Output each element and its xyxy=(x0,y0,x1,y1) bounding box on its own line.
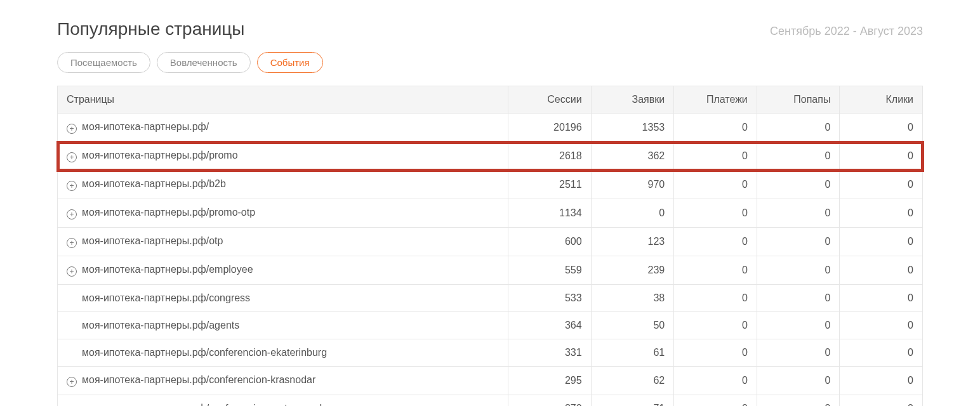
cell-page: +моя-ипотека-партнеры.рф/promo xyxy=(58,142,508,171)
col-sessions[interactable]: Сессии xyxy=(508,86,592,114)
page-url: моя-ипотека-партнеры.рф/conferencion-ros… xyxy=(82,403,339,406)
cell-requests: 50 xyxy=(591,312,674,339)
cell-sessions: 559 xyxy=(508,256,592,285)
cell-popups: 0 xyxy=(757,199,840,228)
expand-icon[interactable]: + xyxy=(67,181,77,191)
col-popups[interactable]: Попапы xyxy=(757,86,840,114)
cell-sessions: 364 xyxy=(508,312,592,339)
cell-requests: 0 xyxy=(591,199,674,228)
cell-page: +моя-ипотека-партнеры.рф/ xyxy=(58,114,508,142)
cell-clicks: 0 xyxy=(840,395,923,407)
cell-sessions: 295 xyxy=(508,367,592,395)
cell-requests: 71 xyxy=(591,395,674,407)
cell-popups: 0 xyxy=(757,114,840,142)
table-row[interactable]: моя-ипотека-партнеры.рф/conferencion-ros… xyxy=(58,395,923,407)
expand-icon[interactable]: + xyxy=(67,209,77,219)
cell-requests: 1353 xyxy=(591,114,674,142)
tab-events[interactable]: События xyxy=(257,52,323,73)
cell-clicks: 0 xyxy=(840,312,923,339)
cell-sessions: 2618 xyxy=(508,142,592,171)
page-url: моя-ипотека-партнеры.рф/b2b xyxy=(82,178,226,189)
table-row[interactable]: +моя-ипотека-партнеры.рф/promo-otp113400… xyxy=(58,199,923,228)
page-url: моя-ипотека-партнеры.рф/ xyxy=(82,121,209,132)
cell-clicks: 0 xyxy=(840,171,923,199)
page-url: моя-ипотека-партнеры.рф/agents xyxy=(82,320,239,331)
expand-icon[interactable]: + xyxy=(67,377,77,387)
page-title: Популярные страницы xyxy=(57,19,245,39)
col-clicks[interactable]: Клики xyxy=(840,86,923,114)
cell-requests: 123 xyxy=(591,228,674,256)
table-row[interactable]: моя-ипотека-партнеры.рф/conferencion-eka… xyxy=(58,339,923,367)
expand-icon[interactable]: + xyxy=(67,152,77,162)
table-row[interactable]: +моя-ипотека-партнеры.рф/conferencion-kr… xyxy=(58,367,923,395)
cell-sessions: 1134 xyxy=(508,199,592,228)
cell-page: +моя-ипотека-партнеры.рф/promo-otp xyxy=(58,199,508,228)
cell-page: моя-ипотека-партнеры.рф/conferencion-eka… xyxy=(58,339,508,367)
table-row[interactable]: +моя-ипотека-партнеры.рф/otp600123000 xyxy=(58,228,923,256)
cell-page: моя-ипотека-партнеры.рф/congress xyxy=(58,285,508,312)
page-url: моя-ипотека-партнеры.рф/otp xyxy=(82,235,223,246)
cell-page: +моя-ипотека-партнеры.рф/otp xyxy=(58,228,508,256)
cell-popups: 0 xyxy=(757,339,840,367)
table-row[interactable]: моя-ипотека-партнеры.рф/congress53338000 xyxy=(58,285,923,312)
cell-requests: 362 xyxy=(591,142,674,171)
tab-engagement[interactable]: Вовлеченность xyxy=(157,52,251,73)
table-row[interactable]: +моя-ипотека-партнеры.рф/employee5592390… xyxy=(58,256,923,285)
page-url: моя-ипотека-партнеры.рф/conferencion-eka… xyxy=(82,347,327,358)
cell-popups: 0 xyxy=(757,367,840,395)
cell-sessions: 270 xyxy=(508,395,592,407)
cell-clicks: 0 xyxy=(840,367,923,395)
tabs: Посещаемость Вовлеченность События xyxy=(57,52,923,73)
cell-popups: 0 xyxy=(757,312,840,339)
cell-page: моя-ипотека-партнеры.рф/conferencion-ros… xyxy=(58,395,508,407)
cell-clicks: 0 xyxy=(840,228,923,256)
cell-requests: 970 xyxy=(591,171,674,199)
page-url: моя-ипотека-партнеры.рф/promo xyxy=(82,150,238,160)
col-requests[interactable]: Заявки xyxy=(591,86,674,114)
col-pages[interactable]: Страницы xyxy=(58,86,508,114)
table-row[interactable]: +моя-ипотека-партнеры.рф/promo2618362000 xyxy=(58,142,923,171)
cell-payments: 0 xyxy=(674,142,757,171)
cell-clicks: 0 xyxy=(840,285,923,312)
cell-payments: 0 xyxy=(674,199,757,228)
cell-page: +моя-ипотека-партнеры.рф/employee xyxy=(58,256,508,285)
cell-payments: 0 xyxy=(674,395,757,407)
cell-sessions: 2511 xyxy=(508,171,592,199)
date-range: Сентябрь 2022 - Август 2023 xyxy=(770,25,923,38)
cell-payments: 0 xyxy=(674,312,757,339)
cell-popups: 0 xyxy=(757,228,840,256)
cell-clicks: 0 xyxy=(840,114,923,142)
page-url: моя-ипотека-партнеры.рф/employee xyxy=(82,264,253,275)
cell-sessions: 533 xyxy=(508,285,592,312)
cell-clicks: 0 xyxy=(840,256,923,285)
cell-sessions: 331 xyxy=(508,339,592,367)
cell-popups: 0 xyxy=(757,285,840,312)
tab-visits[interactable]: Посещаемость xyxy=(57,52,150,73)
table-header-row: Страницы Сессии Заявки Платежи Попапы Кл… xyxy=(58,86,923,114)
pages-table: Страницы Сессии Заявки Платежи Попапы Кл… xyxy=(57,86,923,406)
page-url: моя-ипотека-партнеры.рф/conferencion-kra… xyxy=(82,374,315,385)
expand-icon[interactable]: + xyxy=(67,266,77,277)
table-row[interactable]: +моя-ипотека-партнеры.рф/b2b2511970000 xyxy=(58,171,923,199)
cell-payments: 0 xyxy=(674,228,757,256)
cell-payments: 0 xyxy=(674,339,757,367)
table-row[interactable]: моя-ипотека-партнеры.рф/agents36450000 xyxy=(58,312,923,339)
cell-requests: 38 xyxy=(591,285,674,312)
cell-payments: 0 xyxy=(674,114,757,142)
col-payments[interactable]: Платежи xyxy=(674,86,757,114)
cell-payments: 0 xyxy=(674,171,757,199)
expand-icon[interactable]: + xyxy=(67,238,77,248)
cell-requests: 62 xyxy=(591,367,674,395)
cell-clicks: 0 xyxy=(840,199,923,228)
table-row[interactable]: +моя-ипотека-партнеры.рф/201961353000 xyxy=(58,114,923,142)
cell-popups: 0 xyxy=(757,256,840,285)
cell-page: +моя-ипотека-партнеры.рф/conferencion-kr… xyxy=(58,367,508,395)
cell-page: +моя-ипотека-партнеры.рф/b2b xyxy=(58,171,508,199)
cell-sessions: 600 xyxy=(508,228,592,256)
page-url: моя-ипотека-партнеры.рф/congress xyxy=(82,292,250,303)
cell-payments: 0 xyxy=(674,256,757,285)
page-url: моя-ипотека-партнеры.рф/promo-otp xyxy=(82,207,255,218)
cell-payments: 0 xyxy=(674,285,757,312)
cell-popups: 0 xyxy=(757,395,840,407)
expand-icon[interactable]: + xyxy=(67,124,77,134)
